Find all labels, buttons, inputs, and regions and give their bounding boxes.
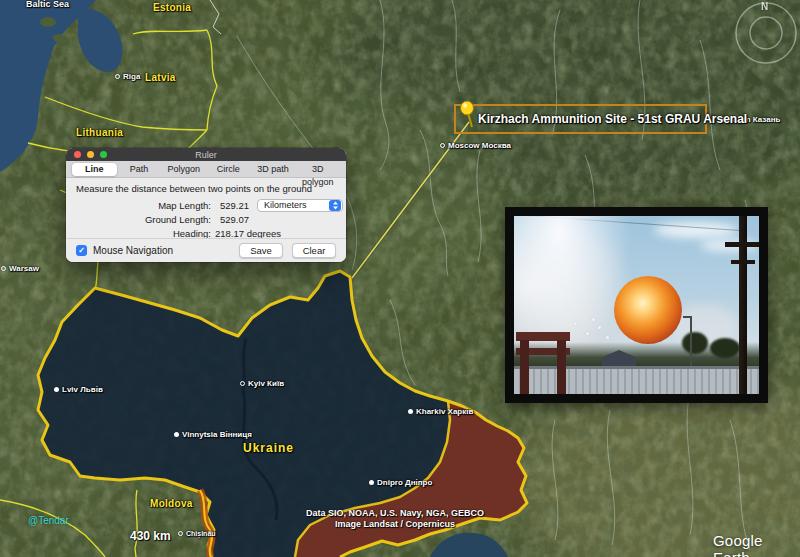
dialog-title: Ruler <box>66 150 346 160</box>
google-earth-logo: Google Earth <box>713 532 800 557</box>
ruler-dialog: Ruler Line Path Polygon Circle 3D path 3… <box>66 148 346 262</box>
country-label-latvia: Latvia <box>145 73 176 83</box>
heading-value: 218.17 degrees <box>215 228 281 239</box>
city-marker <box>174 432 179 437</box>
pushpin-icon[interactable] <box>458 100 478 129</box>
city-label-kharkiv: Kharkiv Харків <box>408 407 473 416</box>
tab-3d-polygon[interactable]: 3D polygon <box>295 163 340 176</box>
compass-north-label: N <box>761 1 768 12</box>
spark <box>586 332 589 335</box>
city-marker <box>369 480 374 485</box>
mouse-navigation-checkbox[interactable]: ✓ <box>76 245 87 256</box>
dropdown-stepper-icon <box>329 200 341 211</box>
tree <box>710 338 740 358</box>
spark <box>592 318 595 321</box>
tab-path[interactable]: Path <box>117 163 162 176</box>
street-lamp-arm <box>683 316 692 318</box>
ground-length-row: Ground Length: 529.07 <box>66 212 346 226</box>
map-length-row: Map Length: 529.21 Kilometers <box>66 198 346 212</box>
scale-label: 430 km <box>130 529 171 543</box>
ground-length-value: 529.07 <box>215 214 249 225</box>
city-label-kyiv: Kyiv Київ <box>240 379 284 388</box>
spark <box>574 322 577 325</box>
video-inset <box>505 207 768 403</box>
tab-3d-path[interactable]: 3D path <box>251 163 296 176</box>
map-length-value: 529.21 <box>215 200 249 211</box>
attribution: Data SIO, NOAA, U.S. Navy, NGA, GEBCO Im… <box>270 508 520 531</box>
city-label-warsaw: Warsaw <box>1 264 39 273</box>
city-label-chisinau: Chișinău <box>178 530 216 537</box>
tab-polygon[interactable]: Polygon <box>161 163 206 176</box>
placemark-label-box[interactable]: Kirzhach Ammunition Site - 51st GRAU Ars… <box>454 104 707 134</box>
save-button[interactable]: Save <box>239 243 283 258</box>
mouse-navigation-label: Mouse Navigation <box>93 245 173 256</box>
spark <box>606 336 609 339</box>
city-label-lviv: Lviv Львів <box>54 385 103 394</box>
city-label-riga: Riga <box>115 72 140 81</box>
city-marker <box>240 381 245 386</box>
watermark: @Tendar <box>28 515 69 526</box>
country-label-ukraine: Ukraine <box>243 442 294 454</box>
city-label-moscow: Moscow Москва <box>440 141 511 150</box>
dialog-bottom-bar: ✓ Mouse Navigation Save Clear <box>66 238 346 262</box>
city-label-dnipro: Dnipro Дніпро <box>369 478 432 487</box>
ruler-tabs: Line Path Polygon Circle 3D path 3D poly… <box>66 161 346 178</box>
explosion-fireball <box>614 276 682 344</box>
tab-circle[interactable]: Circle <box>206 163 251 176</box>
city-marker <box>440 143 445 148</box>
country-label-estonia: Estonia <box>153 3 191 13</box>
google-earth-viewport: N Baltic Sea Estonia Latvia Lithuania Uk… <box>0 0 800 557</box>
pole-crossbar <box>731 260 755 264</box>
city-marker <box>115 74 120 79</box>
city-marker <box>178 531 183 536</box>
placemark-label: Kirzhach Ammunition Site - 51st GRAU Ars… <box>456 112 747 126</box>
tree <box>682 332 708 354</box>
city-marker <box>1 266 6 271</box>
sea-label-baltic: Baltic Sea <box>26 0 69 9</box>
spark <box>598 326 601 329</box>
pole-crossbar <box>725 242 761 247</box>
street-lamp <box>690 316 692 368</box>
tab-line[interactable]: Line <box>72 163 117 176</box>
dialog-titlebar[interactable]: Ruler <box>66 148 346 161</box>
city-marker <box>54 387 59 392</box>
attribution-line2: Image Landsat / Copernicus <box>270 519 520 530</box>
city-marker <box>408 409 413 414</box>
attribution-line1: Data SIO, NOAA, U.S. Navy, NGA, GEBCO <box>270 508 520 519</box>
country-label-moldova: Moldova <box>150 499 193 509</box>
country-label-lithuania: Lithuania <box>76 128 123 138</box>
watchtower-structure <box>516 332 570 394</box>
clear-button[interactable]: Clear <box>292 243 336 258</box>
units-dropdown[interactable]: Kilometers <box>257 199 343 212</box>
units-selected: Kilometers <box>264 200 307 210</box>
city-label-vinnytsia: Vinnytsia Вінниця <box>174 430 252 439</box>
